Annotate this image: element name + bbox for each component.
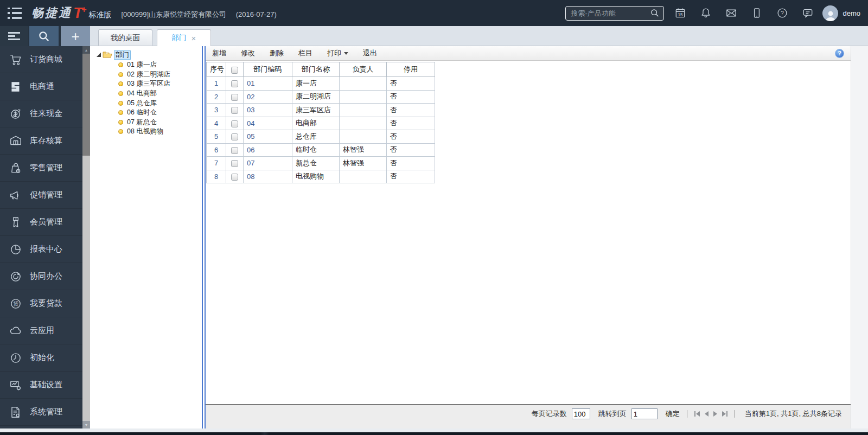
tree-item-08[interactable]: 08 电视购物 [97,127,202,137]
table-row[interactable]: 1 01 康一店 否 [207,77,435,91]
table-row[interactable]: 7 07 新总仓 林智强 否 [207,157,435,170]
node-bullet-icon [118,72,123,77]
cell-select [226,130,244,144]
cell-code: 04 [244,117,292,130]
sidebar-item-label: 我要贷款 [30,298,62,309]
tree-item-05[interactable]: 05 总仓库 [97,98,202,108]
page-help-icon[interactable]: ? [835,49,844,58]
tree-item-07[interactable]: 07 新总仓 [97,118,202,127]
topbar: 畅捷通T+ 标准版 [000999]山东康悦堂经贸有限公司 (2016-07-2… [0,0,868,26]
cell-select [226,90,244,104]
bottom-gap [0,428,868,432]
chat-icon[interactable] [795,7,820,19]
tree-expander-icon[interactable] [97,53,101,57]
last-page-icon[interactable] [722,411,727,417]
search-icon[interactable] [29,26,59,46]
sidebar-item-system[interactable]: 系统管理 [0,399,82,426]
row-checkbox[interactable] [231,160,238,167]
divider [687,410,687,418]
table-row[interactable]: 8 08 电视购物 否 [207,170,435,183]
delete-button[interactable]: 删除 [270,48,284,58]
search-input[interactable] [571,9,650,17]
row-checkbox[interactable] [231,107,238,114]
row-checkbox[interactable] [231,94,238,101]
username-label[interactable]: demo [843,9,860,17]
row-checkbox[interactable] [231,147,238,154]
table-row[interactable]: 3 03 康三军区店 否 [207,104,435,117]
sidebar-item-collaboration[interactable]: 协同办公 [0,263,82,290]
table-row[interactable]: 6 06 临时仓 林智强 否 [207,143,435,157]
search-icon[interactable] [650,8,660,18]
tree-root-label[interactable]: 部门 [114,50,131,60]
close-icon[interactable]: × [192,34,196,42]
scroll-up-icon[interactable]: ▲ [82,46,90,54]
sidebar-item-retail[interactable]: 零售管理 [0,155,82,182]
table-row[interactable]: 2 02 康二明湖店 否 [207,90,435,104]
tree-item-04[interactable]: 04 电商部 [97,89,202,99]
table-row[interactable]: 4 04 电商部 否 [207,117,435,130]
cell-code: 06 [244,143,292,157]
scroll-down-icon[interactable]: ▼ [82,421,90,428]
prev-page-icon[interactable] [705,411,709,417]
cell-manager [340,104,387,117]
svg-text:贷: 贷 [13,300,18,306]
tab-my-desktop[interactable]: 我的桌面 [98,29,152,46]
tree-item-02[interactable]: 02 康二明湖店 [97,70,202,80]
table-row[interactable]: 5 05 总仓库 否 [207,130,435,144]
tree-item-06[interactable]: 06 临时仓 [97,108,202,118]
phone-icon[interactable] [744,7,769,19]
sidebar-item-loan[interactable]: 贷 我要贷款 [0,290,82,317]
first-page-icon[interactable] [694,411,700,417]
cell-disabled: 否 [387,90,435,104]
menu-list-icon[interactable] [8,8,22,19]
cell-code: 07 [244,157,292,170]
row-checkbox[interactable] [231,80,238,87]
avatar[interactable] [822,5,838,21]
tree-root-department[interactable]: 部门 [97,49,202,60]
sidebar-item-cash[interactable]: 往来现金 [0,100,82,127]
per-page-input[interactable] [572,408,590,419]
sidebar-item-reports[interactable]: 报表中心 [0,236,82,263]
cell-manager: 林智强 [340,143,387,157]
print-button[interactable]: 打印 [327,48,348,58]
add-tab-icon[interactable]: + [61,26,90,46]
collapse-menu-icon[interactable] [0,26,28,46]
select-all-checkbox[interactable] [231,67,238,74]
tab-department[interactable]: 部门 × [157,29,211,46]
confirm-button[interactable]: 确定 [666,409,680,419]
columns-button[interactable]: 栏目 [298,48,312,58]
sidebar-item-promotion[interactable]: 促销管理 [0,182,82,209]
goto-page-label: 跳转到页 [598,409,627,419]
sidebar-item-cloud-apps[interactable]: 云应用 [0,317,82,344]
scrollbar-thumb[interactable] [82,54,90,156]
sidebar-item-label: 促销管理 [30,190,62,200]
sidebar-item-ecommerce[interactable]: 电商通 [0,73,82,100]
sidebar-item-base-settings[interactable]: 基础设置 [0,372,82,399]
tree-item-03[interactable]: 03 康三军区店 [97,79,202,89]
row-checkbox[interactable] [231,174,238,181]
row-checkbox[interactable] [231,133,238,140]
cell-select [226,170,244,183]
new-button[interactable]: 新增 [212,48,226,58]
bell-icon[interactable] [693,7,718,19]
cell-seq: 8 [207,170,226,183]
cell-disabled: 否 [387,117,435,130]
help-icon[interactable]: ? [769,7,795,19]
calendar-icon[interactable]: 15 [667,7,693,19]
edit-button[interactable]: 修改 [241,48,255,58]
tree-item-01[interactable]: 01 康一店 [97,60,202,70]
sidebar-item-inventory[interactable]: 库存核算 [0,127,82,155]
cell-select [226,77,244,91]
next-page-icon[interactable] [713,411,717,417]
goto-page-input[interactable] [631,408,658,419]
sidebar-item-member[interactable]: 会员管理 [0,209,82,236]
sidebar-item-label: 协同办公 [30,271,62,282]
mail-icon[interactable] [718,7,744,19]
sidebar-item-order-mall[interactable]: 订货商城 [0,46,82,73]
sidebar-item-initialization[interactable]: 初始化 [0,344,82,372]
cart-icon [9,53,23,67]
exit-button[interactable]: 退出 [363,48,377,58]
cell-seq: 3 [207,104,226,117]
panel-splitter[interactable] [202,46,206,428]
row-checkbox[interactable] [231,120,238,127]
